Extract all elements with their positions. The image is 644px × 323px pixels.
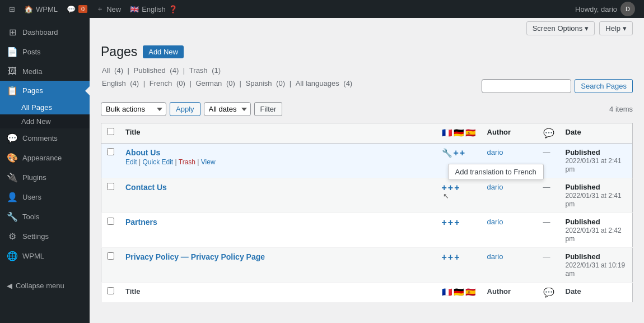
new-content-item[interactable]: ＋ New — [92, 0, 125, 18]
site-home-icon: 🏠 — [24, 5, 33, 13]
pages-arrow — [85, 86, 90, 95]
comments-item[interactable]: 💬 0 — [62, 0, 92, 18]
sidebar-item-media[interactable]: 🖼 Media — [0, 62, 90, 81]
apply-button[interactable]: Apply — [170, 102, 200, 116]
author-link-about-us[interactable]: dario — [487, 148, 503, 156]
filter-published-link[interactable]: Published (4) — [133, 66, 180, 75]
lang-plus-es-partners[interactable]: + — [454, 218, 459, 228]
wpml-icon: 🌐 — [7, 251, 18, 261]
lang-plus-fr-partners[interactable]: + — [442, 218, 447, 228]
edit-link-about-us[interactable]: Edit — [125, 158, 137, 166]
sidebar-item-dashboard[interactable]: ⊞ Dashboard — [0, 22, 90, 42]
sidebar-label-tools: Tools — [22, 213, 39, 221]
date-status-privacy: Published — [566, 252, 600, 261]
row-date-partners: Published 2022/01/31 at 2:42 pm — [560, 213, 633, 248]
view-link-about-us[interactable]: View — [201, 158, 216, 166]
comments-dash-partners: — — [543, 218, 550, 226]
th-flag-de: 🇩🇪 — [454, 128, 464, 138]
select-all-checkbox[interactable] — [107, 128, 114, 135]
lang-german-link[interactable]: German (0) — [194, 79, 236, 87]
lang-plus-de-partners[interactable]: + — [448, 218, 453, 228]
date-value-privacy: 2022/01/31 at 10:19 am — [566, 261, 626, 278]
sidebar-label-plugins: Plugins — [22, 173, 46, 182]
row-lang-contact-us: + + + ↖ — [436, 178, 482, 213]
lang-all-link[interactable]: All languages (4) — [295, 79, 354, 87]
th-author[interactable]: Author — [482, 123, 538, 144]
tfoot-select-all-checkbox[interactable] — [107, 287, 114, 294]
trash-link-about-us[interactable]: Trash — [179, 158, 195, 166]
lang-plus-fr-privacy[interactable]: + — [442, 252, 447, 262]
row-checkbox-privacy[interactable] — [107, 252, 114, 260]
date-value-partners: 2022/01/31 at 2:42 pm — [566, 227, 622, 243]
author-link-privacy[interactable]: dario — [487, 252, 503, 261]
user-menu[interactable]: Howdy, dario D — [571, 2, 640, 16]
page-title-link-about-us[interactable]: About Us — [125, 148, 160, 157]
tfoot-th-title[interactable]: Title — [120, 283, 436, 303]
lang-french-link[interactable]: French (0) — [148, 79, 186, 87]
row-actions-about-us: Edit | Quick Edit | Trash | View — [125, 158, 431, 166]
row-cb-contact-us — [101, 178, 120, 213]
th-title-label: Title — [125, 128, 141, 136]
page-title-link-contact-us[interactable]: Contact Us — [125, 183, 167, 192]
tfoot-th-author[interactable]: Author — [482, 283, 538, 303]
page-title-link-privacy[interactable]: Privacy Policy — Privacy Policy Page — [125, 252, 265, 261]
sidebar-label-dashboard: Dashboard — [22, 28, 58, 36]
th-title[interactable]: Title — [120, 123, 436, 144]
lang-plus-es-privacy[interactable]: + — [454, 252, 459, 262]
quick-edit-link-about-us[interactable]: Quick Edit — [142, 158, 173, 166]
sidebar-item-wpml[interactable]: 🌐 WPML — [0, 246, 90, 266]
tfoot-flag-es: 🇪🇸 — [465, 287, 476, 297]
row-comments-contact-us: — — [538, 178, 560, 213]
tfoot-th-date[interactable]: Date — [560, 283, 633, 303]
sidebar-submenu-all-pages[interactable]: All Pages — [0, 100, 90, 114]
top-bar: Screen Options ▾ Help ▾ — [90, 18, 644, 39]
sidebar-item-pages[interactable]: 📋 Pages — [0, 81, 90, 100]
lang-plus-es-contact-us[interactable]: + — [454, 183, 459, 193]
bulk-actions-select[interactable]: Bulk actionsMove to Trash — [101, 102, 166, 116]
lang-plus-de-about-us[interactable]: + — [454, 148, 459, 158]
lang-plus-es-about-us[interactable]: + — [460, 148, 465, 158]
add-new-button[interactable]: Add New — [143, 45, 184, 58]
plugins-icon: 🔌 — [7, 172, 18, 183]
filter-trash-link[interactable]: Trash (1) — [188, 66, 222, 75]
lang-spanish-link[interactable]: Spanish (0) — [245, 79, 287, 87]
lang-english-link[interactable]: English (4) — [101, 79, 140, 87]
row-checkbox-partners[interactable] — [107, 218, 114, 225]
search-input[interactable] — [482, 79, 571, 93]
sidebar-submenu-add-new[interactable]: Add New — [0, 114, 90, 128]
lang-edit-fr-about-us[interactable]: 🔧 — [442, 148, 452, 158]
th-date[interactable]: Date — [560, 123, 633, 144]
author-link-contact-us[interactable]: dario — [487, 183, 503, 191]
screen-options-button[interactable]: Screen Options ▾ — [526, 21, 595, 35]
tooltip-add-french: Add translation to French — [448, 164, 544, 180]
site-name-item[interactable]: 🏠 WPML — [20, 0, 62, 18]
language-switcher[interactable]: 🇬🇧 English ❓ — [125, 0, 182, 18]
sidebar-item-comments[interactable]: 💬 Comments — [0, 128, 90, 148]
screen-options-label: Screen Options — [533, 24, 583, 33]
row-checkbox-about-us[interactable] — [107, 148, 114, 155]
dates-filter-select[interactable]: All dates — [204, 102, 251, 116]
author-link-partners[interactable]: dario — [487, 218, 503, 226]
lang-filter-links: English (4) | French (0) | German (0) | … — [101, 79, 353, 87]
lang-plus-de-privacy[interactable]: + — [448, 252, 453, 262]
tfoot-cb-cell — [101, 283, 120, 303]
comment-icon: 💬 — [67, 5, 76, 13]
search-pages-button[interactable]: Search Pages — [575, 79, 633, 93]
sidebar-item-tools[interactable]: 🔧 Tools — [0, 207, 90, 227]
sidebar-item-plugins[interactable]: 🔌 Plugins — [0, 168, 90, 187]
items-count: 4 items — [609, 105, 633, 113]
filter-button[interactable]: Filter — [254, 102, 283, 116]
admin-logo[interactable]: ⊞ — [4, 0, 20, 18]
comment-count: 0 — [78, 5, 87, 13]
row-lang-partners: + + + — [436, 213, 482, 248]
help-button[interactable]: Help ▾ — [599, 21, 633, 35]
sidebar-item-users[interactable]: 👤 Users — [0, 187, 90, 207]
filter-all-link[interactable]: All (4) — [101, 66, 124, 75]
sidebar-item-appearance[interactable]: 🎨 Appearance — [0, 148, 90, 168]
tfoot-comment-icon: 💬 — [543, 288, 554, 297]
page-title-link-partners[interactable]: Partners — [125, 218, 157, 227]
collapse-menu[interactable]: ◀ Collapse menu — [0, 277, 90, 294]
sidebar-item-settings[interactable]: ⚙ Settings — [0, 227, 90, 246]
row-checkbox-contact-us[interactable] — [107, 183, 114, 190]
sidebar-item-posts[interactable]: 📄 Posts — [0, 42, 90, 62]
